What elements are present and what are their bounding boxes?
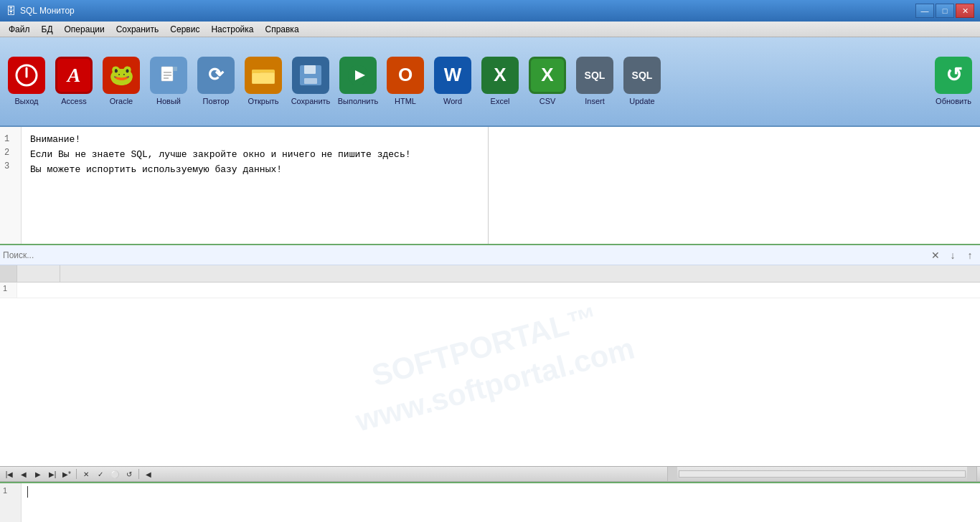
- col-header-1: [0, 265, 17, 282]
- access-icon: A: [55, 57, 93, 94]
- nav-first-button[interactable]: |◀: [3, 468, 16, 480]
- nav-last-button[interactable]: ▶|: [46, 468, 59, 480]
- excel-label: Excel: [491, 97, 510, 106]
- oracle-button[interactable]: 🐸 Oracle: [99, 42, 143, 121]
- close-button[interactable]: ✕: [956, 4, 974, 18]
- excel-icon: X: [481, 57, 519, 94]
- row-num-1: 1: [0, 283, 17, 298]
- save-button[interactable]: Сохранить: [288, 42, 333, 121]
- results-body: 1: [0, 283, 980, 466]
- csv-button[interactable]: X CSV: [525, 42, 570, 121]
- sql-line-1: Внимание!: [30, 133, 971, 148]
- html-button[interactable]: O HTML: [383, 42, 428, 121]
- menu-settings[interactable]: Настройка: [205, 23, 259, 36]
- nav-new-button[interactable]: ▶*: [60, 468, 73, 480]
- search-clear-button[interactable]: ✕: [928, 248, 943, 262]
- status-line-number: 1: [0, 483, 22, 522]
- sql-line-2: Если Вы не знаете SQL, лучше закройте ок…: [30, 148, 971, 163]
- line-num-2: 2: [4, 146, 17, 160]
- title-bar-left: 🗄 SQL Монитор: [6, 5, 75, 16]
- search-bar: ✕ ↓ ↑: [0, 245, 980, 265]
- csv-icon: X: [529, 57, 566, 94]
- cursor: [27, 486, 28, 498]
- menu-service[interactable]: Сервис: [164, 23, 205, 36]
- minimize-button[interactable]: —: [915, 4, 934, 18]
- nav-back-button[interactable]: ◀: [142, 468, 155, 480]
- nav-next-button[interactable]: ▶: [32, 468, 44, 480]
- execute-icon: [339, 57, 377, 94]
- app-title: SQL Монитор: [20, 6, 75, 16]
- insert-button[interactable]: SQL Insert: [573, 42, 617, 121]
- svg-rect-14: [304, 78, 317, 84]
- status-content[interactable]: [22, 483, 980, 522]
- menu-bar: Файл БД Операции Сохранить Сервис Настро…: [0, 22, 980, 37]
- refresh-label: Обновить: [936, 97, 971, 106]
- results-area: 1 SOFTPORTAL™ www.softportal.com: [0, 265, 980, 466]
- scrollbar-arrow-right[interactable]: [967, 467, 977, 481]
- excel-button[interactable]: X Excel: [478, 42, 522, 121]
- open-label: Открыть: [248, 97, 278, 106]
- oracle-label: Oracle: [110, 97, 133, 106]
- search-input[interactable]: [3, 250, 925, 260]
- word-icon: W: [434, 57, 471, 94]
- update-button[interactable]: SQL Update: [620, 42, 664, 121]
- nav-check-button[interactable]: ✓: [94, 468, 107, 480]
- repeat-label: Повтор: [203, 97, 230, 106]
- svg-rect-4: [173, 67, 177, 71]
- menu-save[interactable]: Сохранить: [110, 23, 165, 36]
- execute-button[interactable]: Выполнить: [336, 42, 380, 121]
- sql-line-3: Вы можете испортить используемую базу да…: [30, 163, 971, 178]
- window-controls: — □ ✕: [915, 4, 974, 18]
- editor-divider: [488, 127, 489, 244]
- word-button[interactable]: W Word: [430, 42, 475, 121]
- results-table-header: [0, 265, 980, 283]
- search-down-button[interactable]: ↓: [946, 248, 960, 262]
- sql-text-area[interactable]: Внимание! Если Вы не знаете SQL, лучше з…: [22, 127, 980, 244]
- update-label: Update: [629, 97, 654, 106]
- svg-rect-11: [253, 73, 274, 83]
- line-num-1: 1: [4, 133, 17, 146]
- open-button[interactable]: Открыть: [241, 42, 286, 121]
- nav-delete-button[interactable]: ✕: [80, 468, 93, 480]
- nav-prev-button[interactable]: ◀: [17, 468, 30, 480]
- exit-label: Выход: [15, 97, 39, 106]
- repeat-icon: ⟳: [197, 57, 235, 94]
- sql-editor[interactable]: 1 2 3 Внимание! Если Вы не знаете SQL, л…: [0, 127, 980, 245]
- col-header-2: [17, 265, 60, 282]
- result-row-1: 1: [0, 283, 980, 298]
- line-num-3: 3: [4, 160, 17, 174]
- menu-db[interactable]: БД: [36, 23, 59, 36]
- html-icon: O: [387, 57, 424, 94]
- access-button[interactable]: A Access: [52, 42, 96, 121]
- new-label: Новый: [156, 97, 181, 106]
- save-icon: [292, 57, 329, 94]
- svg-rect-2: [161, 67, 173, 81]
- execute-label: Выполнить: [338, 97, 378, 106]
- scrollbar-arrow-left[interactable]: [667, 467, 677, 481]
- word-label: Word: [443, 97, 462, 106]
- exit-icon: [8, 57, 45, 94]
- maximize-button[interactable]: □: [936, 4, 954, 18]
- html-label: HTML: [395, 97, 416, 106]
- exit-button[interactable]: Выход: [4, 42, 49, 121]
- horizontal-scrollbar[interactable]: [679, 470, 966, 478]
- repeat-button[interactable]: ⟳ Повтор: [194, 42, 238, 121]
- open-icon: [245, 57, 282, 94]
- refresh-button[interactable]: ↺ Обновить: [931, 42, 976, 121]
- menu-file[interactable]: Файл: [3, 23, 36, 36]
- app-icon: 🗄: [6, 5, 16, 16]
- insert-icon: SQL: [576, 57, 613, 94]
- nav-bar: |◀ ◀ ▶ ▶| ▶* ✕ ✓ ⚪ ↺ ◀: [0, 466, 980, 482]
- search-up-button[interactable]: ↑: [963, 248, 977, 262]
- svg-rect-13: [304, 65, 316, 74]
- new-icon: [150, 57, 187, 94]
- toolbar: Выход A Access 🐸 Oracle Новый ⟳ Повтор О…: [0, 37, 980, 127]
- update-icon: SQL: [623, 57, 661, 94]
- menu-help[interactable]: Справка: [259, 23, 304, 36]
- new-button[interactable]: Новый: [146, 42, 191, 121]
- nav-cancel-button[interactable]: ⚪: [108, 468, 121, 480]
- menu-operations[interactable]: Операции: [59, 23, 110, 36]
- csv-label: CSV: [540, 97, 556, 106]
- main-content: 1 2 3 Внимание! Если Вы не знаете SQL, л…: [0, 127, 980, 522]
- nav-refresh-button[interactable]: ↺: [123, 468, 136, 480]
